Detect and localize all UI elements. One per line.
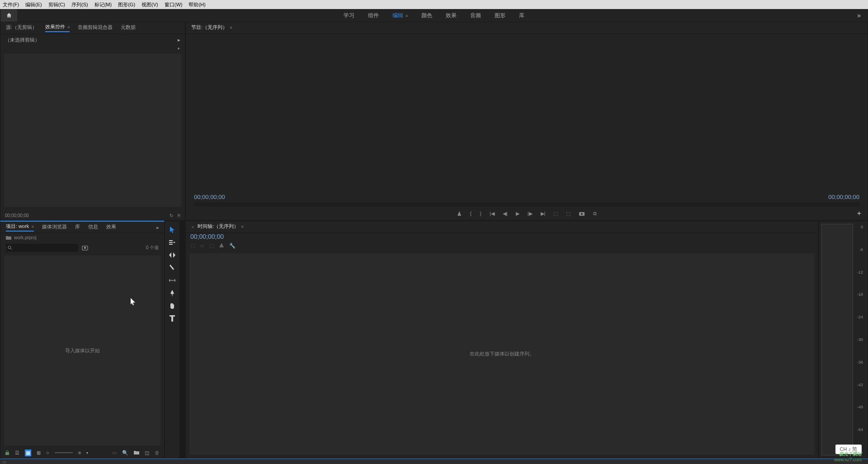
menu-file[interactable]: 文件(F) — [3, 1, 19, 8]
trash-icon[interactable]: 🗑 — [155, 450, 160, 455]
hamburger-icon[interactable]: ≡ — [67, 25, 70, 29]
watermark: 极光下载站 www.xz7.com — [834, 451, 862, 462]
selection-tool[interactable] — [167, 226, 177, 234]
mark-in-icon[interactable] — [457, 211, 462, 216]
hamburger-icon[interactable]: ≡ — [31, 224, 33, 229]
tab-timeline[interactable]: 时间轴:（无序列） ≡ — [198, 223, 243, 231]
new-bin-from-search-icon[interactable] — [82, 245, 88, 251]
hand-tool[interactable] — [167, 302, 177, 310]
scroll-up-icon[interactable]: ▲ — [177, 46, 180, 50]
tab-project[interactable]: 项目: work ≡ — [6, 223, 34, 232]
zoom-slider-dot-icon[interactable]: ○ — [46, 450, 49, 455]
step-forward-icon[interactable]: |▶ — [528, 211, 533, 217]
menu-clip[interactable]: 剪辑(C) — [48, 1, 65, 8]
svg-point-5 — [84, 247, 86, 249]
icon-view-icon[interactable]: ▦ — [25, 450, 31, 456]
step-back-icon[interactable]: ◀| — [503, 211, 508, 217]
snap-icon[interactable]: ⬚ — [190, 243, 195, 249]
program-scrubber[interactable] — [194, 202, 859, 207]
effect-controls-body — [4, 54, 181, 207]
timeline-drop-hint: 在此处放下媒体以创建序列。 — [470, 350, 534, 357]
settings-wrench-icon[interactable]: 🔧 — [229, 243, 236, 249]
add-marker-icon[interactable]: ⬚ — [209, 243, 214, 249]
project-search-input[interactable] — [6, 244, 78, 252]
ws-tab-assembly[interactable]: 组件 — [368, 12, 379, 19]
ws-tab-graphics[interactable]: 图形 — [495, 12, 505, 19]
ws-tab-effects[interactable]: 效果 — [446, 12, 457, 19]
bracket-out-icon[interactable]: } — [480, 211, 481, 216]
timeline-drop-area[interactable]: 在此处放下媒体以创建序列。 — [189, 253, 814, 455]
lift-icon[interactable]: ⬚ — [553, 211, 558, 217]
menu-marker[interactable]: 标记(M) — [94, 1, 112, 8]
panel-overflow-icon[interactable]: » — [156, 225, 159, 230]
watermark-url: www.xz7.com — [834, 457, 862, 462]
program-panel-tabs: 节目:（无序列） ≡ — [186, 22, 868, 34]
tab-libraries[interactable]: 库 — [75, 223, 80, 231]
compare-icon[interactable]: ⧉ — [593, 211, 597, 217]
ws-tab-audio[interactable]: 音频 — [470, 12, 481, 19]
sort-icon[interactable]: ≡ — [78, 450, 81, 455]
list-view-icon[interactable]: ☰ — [15, 450, 19, 456]
meter-tick: -48 — [855, 405, 863, 409]
find-icon[interactable]: 🔍 — [122, 450, 128, 456]
ws-tab-libraries[interactable]: 库 — [519, 12, 524, 19]
menu-sequence[interactable]: 序列(S) — [71, 1, 88, 8]
home-icon — [6, 12, 12, 19]
tab-source[interactable]: 源:（无剪辑） — [6, 24, 37, 32]
tab-program[interactable]: 节目:（无序列） ≡ — [191, 24, 232, 32]
new-bin-icon[interactable] — [134, 450, 139, 455]
bracket-in-icon[interactable]: { — [470, 211, 472, 216]
camera-icon[interactable] — [579, 211, 585, 216]
ws-tab-learn[interactable]: 学习 — [344, 12, 354, 19]
program-timecode-row: 00;00;00;00 00;00;00;00 — [186, 192, 868, 202]
chevron-down-icon[interactable]: ▾ — [86, 451, 88, 455]
tab-audio-clip-mixer[interactable]: 音频剪辑混合器 — [78, 24, 113, 32]
tab-media-browser[interactable]: 媒体浏览器 — [42, 223, 67, 231]
new-item-icon[interactable]: ◫ — [145, 450, 149, 456]
button-editor-plus-icon[interactable]: + — [857, 209, 861, 218]
menu-window[interactable]: 窗口(W) — [165, 1, 183, 8]
ripple-edit-tool[interactable] — [167, 251, 177, 259]
project-bin-body[interactable]: 导入媒体以开始 — [4, 256, 160, 445]
pen-tool[interactable] — [167, 289, 177, 297]
export-frame-icon[interactable]: ⎘ — [178, 213, 180, 218]
tab-metadata[interactable]: 元数据 — [121, 24, 136, 32]
svg-rect-6 — [5, 452, 9, 455]
automate-to-sequence-icon[interactable]: ▭ — [112, 450, 117, 456]
menu-edit[interactable]: 编辑(E) — [25, 1, 42, 8]
track-select-tool[interactable] — [167, 238, 177, 246]
hamburger-icon[interactable]: ≡ — [241, 224, 244, 229]
tab-info[interactable]: 信息 — [88, 223, 98, 231]
linked-selection-icon[interactable]: ∩ — [200, 243, 204, 249]
source-panel: 源:（无剪辑） 效果控件 ≡ 音频剪辑混合器 元数据 （未选择剪辑） ▸ ▲ 0… — [0, 22, 185, 221]
close-panel-icon[interactable]: × — [191, 224, 194, 230]
hamburger-icon[interactable]: ≡ — [230, 25, 232, 30]
workspace-overflow-icon[interactable]: » — [857, 12, 861, 19]
svg-point-1 — [581, 213, 583, 215]
type-tool[interactable] — [167, 314, 177, 322]
ws-tab-color[interactable]: 颜色 — [421, 12, 432, 19]
home-button[interactable] — [1, 9, 17, 22]
loop-icon[interactable]: ↻ — [170, 213, 173, 218]
timeline-marker-icon[interactable] — [219, 243, 224, 249]
tab-effects-panel[interactable]: 效果 — [106, 223, 116, 231]
freeform-view-icon[interactable]: ⊞ — [37, 450, 41, 456]
search-icon — [8, 246, 12, 250]
hamburger-icon[interactable]: ≡ — [406, 14, 408, 18]
play-icon[interactable]: ▶ — [516, 211, 519, 217]
zoom-slider[interactable] — [55, 452, 73, 453]
menu-view[interactable]: 视图(V) — [142, 1, 158, 8]
play-arrow-icon[interactable]: ▸ — [178, 37, 180, 43]
ws-tab-editing[interactable]: 编辑 ≡ — [392, 12, 408, 19]
go-to-out-icon[interactable]: ▶| — [541, 211, 546, 217]
tab-effect-controls[interactable]: 效果控件 ≡ — [45, 24, 70, 32]
menu-graphics[interactable]: 图形(G) — [118, 1, 135, 8]
lock-icon[interactable] — [5, 450, 9, 455]
go-to-in-icon[interactable]: |◀ — [490, 211, 495, 217]
workspace-tabs: 学习 组件 编辑 ≡ 颜色 效果 音频 图形 库 — [344, 9, 525, 22]
slip-tool[interactable] — [167, 276, 177, 284]
menu-help[interactable]: 帮助(H) — [189, 1, 205, 8]
extract-icon[interactable]: ⬚ — [566, 211, 571, 217]
link-icon[interactable]: ⬭ — [0, 460, 6, 464]
razor-tool[interactable] — [167, 264, 177, 272]
